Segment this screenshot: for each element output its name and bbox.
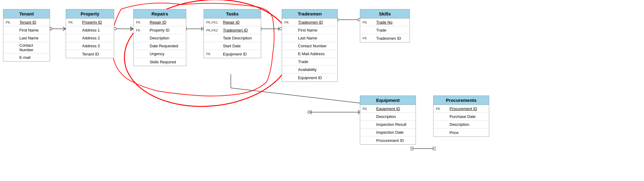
procurements-desc-field: Description <box>450 122 486 127</box>
skills-tradeno-field: Trade No <box>376 20 407 25</box>
repairs-fk-label: FK <box>136 28 150 32</box>
skills-trade-field: Trade <box>376 28 407 32</box>
property-row-id: PK Property ID <box>66 18 114 26</box>
procurements-row-desc: Description <box>433 121 489 129</box>
equipment-row-inspresult: Inspection Result <box>360 121 416 129</box>
svg-line-8 <box>130 29 133 31</box>
tasks-header: Tasks <box>204 9 261 18</box>
tasks-pkfk2-label: PK,FK2 <box>206 28 223 32</box>
tenant-row-id: PK Tenant ID <box>3 18 50 26</box>
procurements-pk-label: PK <box>436 107 450 111</box>
repairs-skills-field: Skills Required <box>150 60 184 64</box>
repairs-datereq-field: Date Requested <box>150 44 184 48</box>
repairs-row-urgency: Urgency <box>134 50 186 58</box>
property-addr2-field: Address 2 <box>82 36 111 40</box>
property-row-addr2: Address 2 <box>66 34 114 42</box>
property-header: Property <box>66 9 114 18</box>
equipment-procid-field: Procurement ID <box>376 138 413 143</box>
skills-header: Skills <box>360 9 410 18</box>
skills-tradeid-field: Tradesmen ID <box>376 36 407 41</box>
equipment-row-desc: Description <box>360 113 416 121</box>
tasks-tradeid-field: Tradesmen ID <box>223 28 258 32</box>
equipment-id-field: Equipment ID <box>376 106 413 111</box>
tasks-row-startdate: Start Date <box>204 42 261 50</box>
tenant-row-firstname: First Name <box>3 26 50 34</box>
tradesmen-header: Tradesmen <box>282 9 337 18</box>
tenant-table: Tenant PK Tenant ID First Name Last Name… <box>3 9 50 62</box>
repairs-id-field: Repair ID <box>150 20 184 25</box>
tradesmen-row-avail: Availability <box>282 66 337 74</box>
equipment-desc-field: Description <box>376 114 413 119</box>
tasks-row-repairid: PK,FK1 Repair ID <box>204 18 261 26</box>
procurements-purchdate-field: Purchase Date <box>450 114 486 119</box>
svg-line-7 <box>130 27 133 29</box>
property-row-addr1: Address 1 <box>66 26 114 34</box>
repairs-row-skills: Skills Required <box>134 58 186 66</box>
tenant-email-field: E-mail <box>19 55 47 60</box>
property-row-addr3: Address 3 <box>66 42 114 50</box>
property-addr1-field: Address 1 <box>82 28 111 32</box>
procurements-price-field: Price <box>450 130 486 135</box>
tradesmen-contact-field: Contact Number <box>298 44 335 48</box>
repairs-row-id: PK Repair ID <box>134 18 186 26</box>
repairs-propid-field: Property ID <box>150 28 184 32</box>
tenant-row-contact: Contact Number <box>3 42 50 53</box>
tasks-equipid-field: Equipment ID <box>223 52 258 56</box>
tradesmen-table: Tradesmen PK Tradesmen ID First Name Las… <box>282 9 338 82</box>
svg-line-2 <box>63 29 66 31</box>
procurements-id-field: Procurement ID <box>450 106 486 111</box>
tasks-row-taskdesc: Task Description <box>204 34 261 42</box>
repairs-pk-label: PK <box>136 21 150 24</box>
tradesmen-row-equip: Equipment ID <box>282 74 337 82</box>
tasks-fk-label: FK <box>206 52 223 56</box>
tradesmen-row-contact: Contact Number <box>282 42 337 50</box>
equipment-row-id: PK Equipment ID <box>360 105 416 113</box>
repairs-row-desc: Description <box>134 34 186 42</box>
property-tenant-field: Tenant ID <box>82 52 111 56</box>
tradesmen-avail-field: Availability <box>298 67 335 72</box>
equipment-table: Equipment PK Equipment ID Description In… <box>360 96 416 145</box>
tradesmen-firstname-field: First Name <box>298 28 335 32</box>
skills-table: Skills PK Trade No Trade FK Tradesmen ID <box>360 9 410 42</box>
skills-row-tradeid: FK Tradesmen ID <box>360 34 410 42</box>
tradesmen-row-firstname: First Name <box>282 26 337 34</box>
tenant-pk-label: PK <box>6 21 19 24</box>
svg-line-32 <box>231 88 360 103</box>
skills-row-tradeno: PK Trade No <box>360 18 410 26</box>
tenant-contact-field: Contact Number <box>19 43 47 52</box>
svg-point-3 <box>50 28 52 30</box>
tenant-row-lastname: Last Name <box>3 34 50 42</box>
tasks-table: Tasks PK,FK1 Repair ID PK,FK2 Tradesmen … <box>204 9 261 58</box>
procurements-row-price: Price <box>433 129 489 136</box>
repairs-header: Repairs <box>134 9 186 18</box>
equipment-row-inspdate: Inspection Date <box>360 129 416 136</box>
skills-fk-label: FK <box>363 36 376 40</box>
property-row-tenant: Tenant ID <box>66 50 114 58</box>
tenant-id-field: Tenant ID <box>19 20 47 25</box>
tradesmen-trade-field: Trade <box>298 59 335 64</box>
tasks-startdate-field: Start Date <box>223 44 258 48</box>
diagram-container: Tenant PK Tenant ID First Name Last Name… <box>0 0 644 181</box>
repairs-table: Repairs PK Repair ID FK Property ID Desc… <box>133 9 186 66</box>
procurements-table: Procurements PK Procurement ID Purchase … <box>433 96 489 137</box>
property-pk-label: PK <box>68 21 82 24</box>
repairs-desc-field: Description <box>150 36 184 40</box>
tradesmen-id-field: Tradesmen ID <box>298 20 335 25</box>
procurements-header: Procurements <box>433 96 489 105</box>
tasks-row-tradeid: PK,FK2 Tradesmen ID <box>204 26 261 34</box>
tradesmen-lastname-field: Last Name <box>298 36 335 40</box>
svg-point-22 <box>308 111 310 113</box>
property-id-field: Property ID <box>82 20 111 25</box>
equipment-header: Equipment <box>360 96 416 105</box>
tradesmen-row-email: E-Mail Address <box>282 50 337 58</box>
equipment-inspresult-field: Inspection Result <box>376 122 413 127</box>
tradesmen-email-field: E-Mail Address <box>298 52 335 56</box>
tasks-pkfk1-label: PK,FK1 <box>206 21 223 24</box>
tasks-row-equipid: FK Equipment ID <box>204 50 261 58</box>
tradesmen-row-lastname: Last Name <box>282 34 337 42</box>
tradesmen-equip-field: Equipment ID <box>298 75 335 80</box>
tenant-header: Tenant <box>3 9 50 18</box>
skills-pk-label: PK <box>363 21 376 24</box>
property-addr3-field: Address 3 <box>82 44 111 48</box>
svg-line-1 <box>63 27 66 29</box>
